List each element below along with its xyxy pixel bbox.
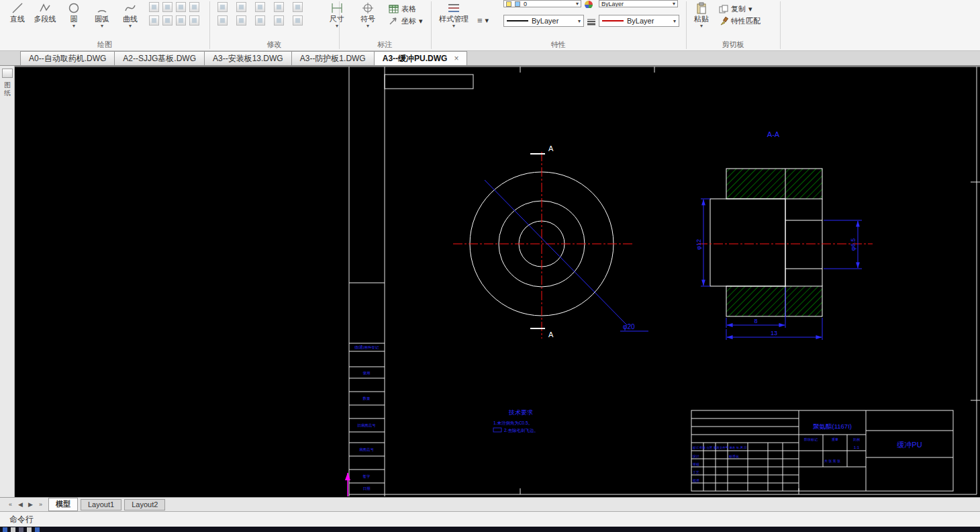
symbol-icon: [362, 1, 374, 15]
color-linetype-combo[interactable]: ByLayer ▾: [599, 15, 679, 27]
doc-tab[interactable]: A3--防护板1.DWG: [291, 51, 375, 65]
scale-tool-icon[interactable]: [274, 15, 284, 26]
menu-icon: ≡: [477, 15, 483, 26]
tab-layout1[interactable]: Layout1: [81, 499, 121, 511]
circle-button[interactable]: 圆 ▾: [62, 0, 86, 34]
ellipse-tool-icon[interactable]: [162, 15, 173, 26]
gradient-tool-icon[interactable]: [162, 2, 173, 12]
copy-tool-icon[interactable]: [274, 2, 284, 12]
linetype-swatch: [507, 20, 528, 21]
paste-button[interactable]: 粘贴 ▾: [689, 0, 714, 34]
dropdown-arrow-icon[interactable]: ▾: [485, 16, 489, 25]
command-line[interactable]: 命令行: [0, 511, 980, 527]
tech-req-symbol: [493, 428, 501, 432]
dimension-icon: [330, 1, 344, 15]
color-combo[interactable]: ByLayer ▾: [599, 0, 678, 7]
counterbore-outline: [710, 199, 785, 286]
dropdown-arrow-icon[interactable]: ▾: [336, 24, 338, 29]
annotate-panel-label[interactable]: 标注: [339, 40, 431, 50]
svg-text:比例: 比例: [853, 437, 860, 442]
svg-text:审核: 审核: [693, 462, 699, 466]
section-view-label: A-A: [767, 130, 780, 138]
match-properties-button[interactable]: 特性匹配: [717, 15, 763, 27]
dropdown-arrow-icon[interactable]: ▾: [700, 24, 703, 29]
array-tool-icon[interactable]: [255, 15, 265, 26]
trim-tool-icon[interactable]: [255, 2, 265, 12]
wipeout-tool-icon[interactable]: [189, 15, 199, 26]
first-tab-button[interactable]: «: [5, 501, 15, 508]
polyline-button[interactable]: 多段线: [28, 0, 62, 34]
title-block: 聚氨酯(1167I) 缓冲PU 标记 处数 分区 更改文件号 签名 年.月.日 …: [691, 410, 953, 491]
tech-req-title: 技术要求: [508, 409, 533, 416]
dropdown-arrow-icon[interactable]: ▾: [129, 24, 132, 29]
status-icon[interactable]: [3, 527, 7, 532]
symbol-button[interactable]: 符号 ▾: [354, 0, 381, 34]
status-icon[interactable]: [27, 527, 32, 532]
dropdown-arrow-icon[interactable]: ▾: [748, 5, 752, 13]
dim-phi20: φ20: [623, 323, 635, 330]
rotate-tool-icon[interactable]: [236, 2, 246, 12]
dropdown-arrow-icon[interactable]: ▾: [419, 17, 423, 26]
prev-tab-button[interactable]: ◀: [15, 501, 26, 508]
arc-button[interactable]: 圆弧 ▾: [87, 0, 117, 34]
copy-button[interactable]: 复制 ▾: [717, 3, 754, 15]
svg-text:签字: 签字: [363, 474, 371, 479]
last-tab-button[interactable]: »: [36, 501, 46, 508]
title-block-scale: 1:1: [854, 445, 860, 449]
dimension-button[interactable]: 尺寸 ▾: [324, 0, 350, 34]
status-icon[interactable]: [11, 527, 15, 532]
linetype-combo[interactable]: ByLayer ▾: [503, 15, 584, 27]
revision-cloud-tool-icon[interactable]: [149, 15, 159, 26]
tab-layout2[interactable]: Layout2: [124, 499, 165, 511]
doc-tab[interactable]: A3--安装板13.DWG: [204, 51, 292, 65]
dropdown-arrow-icon[interactable]: ▾: [72, 24, 75, 29]
donut-tool-icon[interactable]: [176, 15, 186, 26]
fillet-tool-icon[interactable]: [293, 15, 303, 26]
hatch-tool-icon[interactable]: [149, 2, 159, 12]
style-manager-icon: [447, 1, 460, 15]
copy-icon: [719, 5, 728, 13]
dropdown-arrow-icon[interactable]: ▾: [366, 24, 369, 29]
coordinate-button[interactable]: 坐标 ▾: [387, 15, 425, 27]
svg-text:借(通)用件登记: 借(通)用件登记: [354, 345, 379, 350]
front-view[interactable]: A A φ20: [453, 144, 648, 339]
lineweight-icon[interactable]: [587, 17, 596, 26]
offset-tool-icon[interactable]: [236, 15, 246, 26]
arc-icon: [96, 1, 108, 15]
doc-tab[interactable]: A2--SJJG基板.DWG: [114, 51, 205, 65]
doc-tab-active[interactable]: A3--缓冲PU.DWG ×: [374, 51, 468, 65]
paste-icon: [696, 1, 707, 15]
properties-panel-label[interactable]: 特性: [431, 40, 686, 50]
drawing-canvas[interactable]: 借(通)用件登记 使用 数量 旧底图总号 底图总号 签字 日期 A A: [15, 66, 980, 497]
mirror-tool-icon[interactable]: [293, 2, 303, 12]
layer-state-icon: [515, 1, 520, 7]
region-tool-icon[interactable]: [176, 2, 186, 12]
erase-tool-icon[interactable]: [217, 15, 228, 26]
close-tab-icon[interactable]: ×: [454, 54, 458, 63]
layer-combo[interactable]: 0 ▾: [503, 0, 581, 7]
clipboard-panel-label[interactable]: 剪切板: [686, 40, 780, 50]
doc-tab[interactable]: A0--自动取药机.DWG: [20, 51, 115, 65]
color-wheel-icon[interactable]: [584, 0, 593, 8]
coordinate-icon: [389, 17, 399, 26]
dropdown-arrow-icon[interactable]: ▾: [101, 24, 103, 29]
style-manager-button[interactable]: 样式管理 ▾: [435, 0, 473, 34]
table-icon: [389, 5, 399, 13]
status-icon[interactable]: [19, 527, 23, 532]
tab-model[interactable]: 模型: [48, 498, 78, 511]
draw-panel-label[interactable]: 绘图: [0, 40, 209, 50]
section-view[interactable]: A-A φ12: [695, 130, 873, 340]
point-tool-icon[interactable]: [189, 2, 199, 12]
palette-pin-icon[interactable]: [2, 69, 13, 78]
leader-line: [485, 180, 627, 325]
spline-button[interactable]: 曲线 ▾: [115, 0, 145, 34]
dropdown-arrow-icon[interactable]: ▾: [452, 24, 455, 29]
table-button[interactable]: 表格: [387, 3, 418, 15]
modify-panel-label[interactable]: 修改: [209, 40, 339, 50]
tech-req-line: 1.未注倒角为C0.5。: [493, 420, 532, 426]
status-icon[interactable]: [35, 527, 40, 532]
list-menu-button[interactable]: ≡ ▾: [475, 15, 491, 26]
left-palette-strip[interactable]: 图 纸: [0, 66, 15, 497]
move-tool-icon[interactable]: [217, 2, 228, 12]
next-tab-button[interactable]: ▶: [26, 501, 36, 508]
